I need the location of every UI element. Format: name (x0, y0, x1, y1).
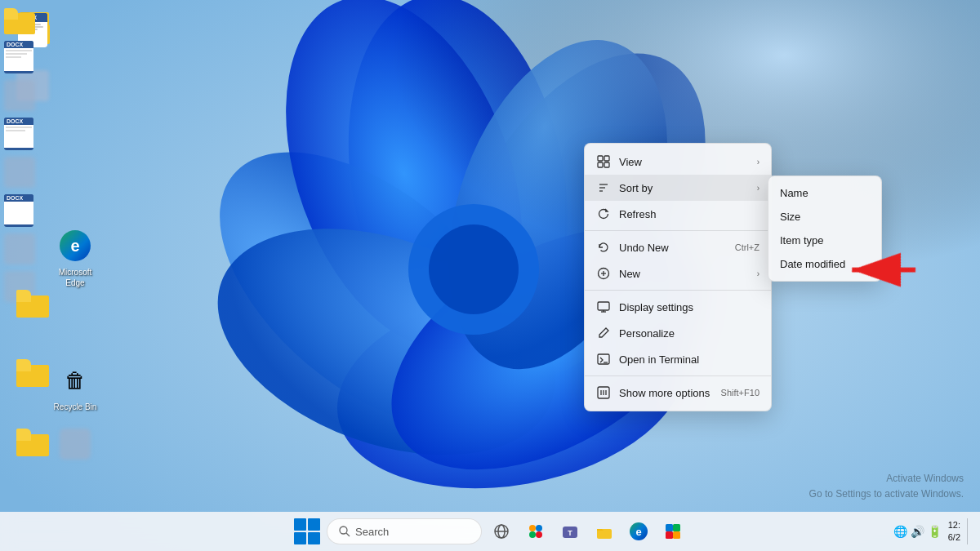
clock-date: 6/2 (948, 531, 960, 544)
icon-col-doc-2[interactable]: DOCX (4, 118, 35, 150)
sort-item-type-label: Item type (780, 234, 823, 247)
svg-rect-22 (598, 302, 609, 310)
search-bar[interactable]: Search (327, 518, 482, 544)
svg-rect-48 (673, 531, 680, 539)
refresh-label: Refresh (619, 208, 760, 220)
display-icon (596, 300, 611, 314)
icon-col-folder-1[interactable] (4, 8, 35, 34)
svg-line-34 (346, 533, 350, 536)
svg-point-40 (529, 531, 536, 538)
store-button[interactable] (658, 517, 688, 546)
svg-rect-46 (673, 524, 680, 531)
taskbar-center: Search (292, 517, 688, 546)
view-label: View (619, 156, 749, 168)
activate-windows-watermark: Activate Windows Go to Settings to activ… (809, 471, 964, 502)
sort-icon (596, 180, 611, 195)
undo-new-shortcut: Ctrl+Z (735, 242, 760, 252)
show-desktop-button[interactable] (967, 518, 972, 544)
personalize-label: Personalize (619, 327, 760, 340)
refresh-icon (596, 207, 611, 221)
menu-sep-1 (585, 230, 771, 231)
menu-item-personalize[interactable]: Personalize (585, 320, 771, 346)
search-label: Search (355, 526, 389, 538)
svg-rect-15 (604, 162, 609, 167)
sort-by-label: Sort by (619, 182, 749, 194)
icon-col-blurred-1[interactable] (4, 80, 35, 111)
taskbar-right: 🌐 🔊 🔋 12: 6/2 (893, 518, 972, 544)
view-arrow: › (757, 158, 760, 167)
terminal-icon (596, 352, 611, 367)
task-view-button[interactable] (487, 517, 516, 546)
recycle-label: Recycle Bin (51, 400, 100, 414)
system-tray-icons: 🌐 🔊 🔋 (893, 525, 942, 538)
speaker-icon[interactable]: 🔊 (911, 525, 924, 538)
menu-sep-2 (585, 290, 771, 291)
search-icon (339, 526, 350, 537)
icon-col-blurred-2[interactable] (4, 157, 35, 188)
menu-item-new[interactable]: New › (585, 260, 771, 287)
svg-point-39 (536, 525, 542, 531)
menu-sep-3 (585, 375, 771, 376)
edge-taskbar-button[interactable]: e (624, 517, 653, 546)
menu-item-terminal[interactable]: Open in Terminal (585, 346, 771, 372)
menu-item-display-settings[interactable]: Display settings (585, 294, 771, 320)
terminal-label: Open in Terminal (619, 353, 760, 366)
activate-line1: Activate Windows (809, 471, 964, 487)
undo-new-label: Undo New (619, 242, 727, 254)
view-icon (596, 154, 611, 169)
network-icon[interactable]: 🌐 (893, 525, 907, 538)
new-arrow: › (757, 269, 760, 278)
sort-name-label: Name (780, 187, 808, 199)
desktop-icon-apple[interactable] (46, 429, 105, 460)
svg-point-38 (529, 525, 536, 531)
icon-col-doc-3[interactable]: DOCX (4, 194, 35, 227)
sort-name-item[interactable]: Name (768, 181, 881, 205)
undo-icon (596, 240, 611, 255)
file-explorer-button[interactable] (590, 517, 619, 546)
svg-point-41 (536, 531, 542, 538)
more-icon (596, 385, 611, 400)
menu-item-sort-by[interactable]: Sort by › (585, 175, 771, 201)
new-label: New (619, 268, 749, 280)
desktop: DOCX DOCX (0, 0, 980, 551)
activate-line2: Go to Settings to activate Windows. (809, 487, 964, 502)
svg-text:T: T (568, 529, 572, 537)
menu-item-undo-new[interactable]: Undo New Ctrl+Z (585, 234, 771, 260)
edge-label: Microsoft Edge (46, 265, 105, 290)
svg-rect-14 (598, 162, 603, 167)
left-icon-column: DOCX DOCX (4, 8, 35, 302)
menu-item-refresh[interactable]: Refresh (585, 201, 771, 227)
desktop-icon-folder-2[interactable] (3, 290, 62, 318)
system-clock[interactable]: 12: 6/2 (948, 519, 960, 544)
taskbar: Search (0, 512, 980, 551)
new-icon (596, 266, 611, 281)
personalize-icon (596, 326, 611, 340)
sort-size-item[interactable]: Size (768, 205, 881, 229)
sort-by-arrow: › (757, 184, 760, 193)
context-menu: View › Sort by › Refresh (584, 143, 772, 411)
sort-size-label: Size (780, 211, 800, 223)
desktop-icon-recycle[interactable]: 🗑 Recycle Bin (46, 363, 105, 414)
clock-time: 12: (948, 519, 960, 531)
widgets-button[interactable] (521, 517, 550, 546)
menu-item-view[interactable]: View › (585, 149, 771, 175)
show-more-label: Show more options (619, 387, 713, 399)
icon-col-doc-1[interactable]: DOCX (4, 41, 35, 73)
svg-rect-12 (598, 156, 603, 161)
show-more-shortcut: Shift+F10 (721, 388, 760, 398)
battery-icon[interactable]: 🔋 (928, 525, 942, 538)
svg-rect-47 (666, 531, 673, 539)
icon-col-blurred-3[interactable] (4, 233, 35, 264)
display-settings-label: Display settings (619, 301, 760, 313)
teams-button[interactable]: T (555, 517, 585, 546)
svg-rect-13 (604, 156, 609, 161)
menu-item-show-more[interactable]: Show more options Shift+F10 (585, 380, 771, 406)
svg-point-33 (340, 527, 347, 534)
desktop-icon-edge[interactable]: e Microsoft Edge (46, 229, 105, 290)
start-button[interactable] (292, 517, 322, 546)
svg-rect-45 (666, 524, 673, 531)
